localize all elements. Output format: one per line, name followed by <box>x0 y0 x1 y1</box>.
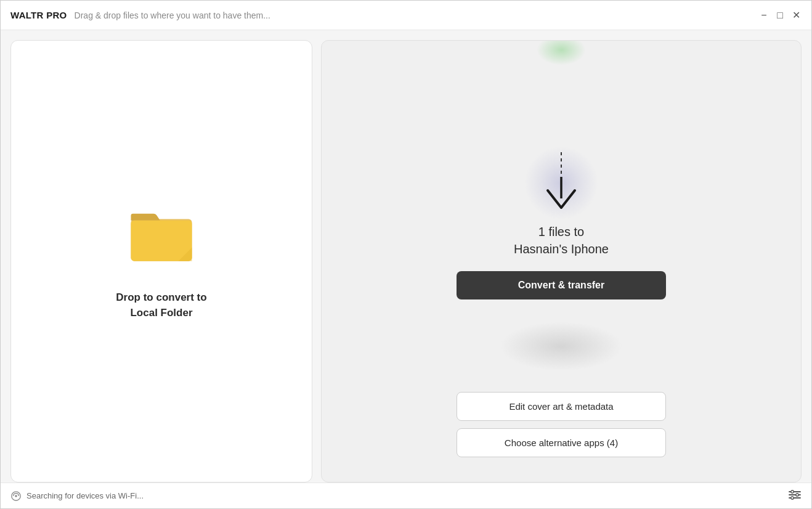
maximize-button[interactable]: □ <box>774 10 786 21</box>
right-panel-top: 1 files to Hasnain's Iphone Convert & tr… <box>346 59 776 392</box>
edit-metadata-button[interactable]: Edit cover art & metadata <box>457 392 666 421</box>
status-bar: Searching for devices via Wi-Fi... <box>1 483 811 508</box>
folder-icon-wrap <box>128 202 195 272</box>
right-panel: 1 files to Hasnain's Iphone Convert & tr… <box>321 40 802 483</box>
transfer-count: 1 files to Hasnain's Iphone <box>514 223 609 258</box>
title-bar: WALTR PRO Drag & drop files to where you… <box>1 1 811 30</box>
main-content: Drop to convert to Local Folder <box>1 30 811 483</box>
minimize-button[interactable]: − <box>758 10 769 21</box>
folder-icon <box>128 202 195 270</box>
status-text: Searching for devices via Wi-Fi... <box>26 491 144 500</box>
arrow-dashed <box>543 152 580 211</box>
svg-point-9 <box>796 493 798 495</box>
status-left: Searching for devices via Wi-Fi... <box>10 491 144 502</box>
title-subtitle: Drag & drop files to where you want to h… <box>75 10 270 20</box>
close-button[interactable]: ✕ <box>790 10 802 21</box>
svg-point-4 <box>15 495 17 497</box>
dashed-line <box>561 152 562 177</box>
drop-arrow-area <box>543 152 580 211</box>
window-controls: − □ ✕ <box>758 10 802 21</box>
wifi-icon <box>10 491 22 502</box>
app-title: WALTR PRO <box>10 10 67 20</box>
convert-transfer-button[interactable]: Convert & transfer <box>457 271 666 299</box>
title-bar-left: WALTR PRO Drag & drop files to where you… <box>10 10 270 20</box>
app-window: WALTR PRO Drag & drop files to where you… <box>0 0 812 509</box>
svg-point-10 <box>791 496 794 499</box>
left-panel: Drop to convert to Local Folder <box>10 40 312 483</box>
svg-point-8 <box>791 490 794 492</box>
settings-icon[interactable] <box>788 488 802 504</box>
choose-alternative-apps-button[interactable]: Choose alternative apps (4) <box>457 428 666 457</box>
svg-rect-1 <box>131 220 192 261</box>
drop-label: Drop to convert to Local Folder <box>116 290 206 321</box>
right-panel-bottom: Edit cover art & metadata Choose alterna… <box>346 392 776 457</box>
transfer-info: 1 files to Hasnain's Iphone <box>514 223 609 258</box>
arrow-down-icon <box>543 177 580 211</box>
